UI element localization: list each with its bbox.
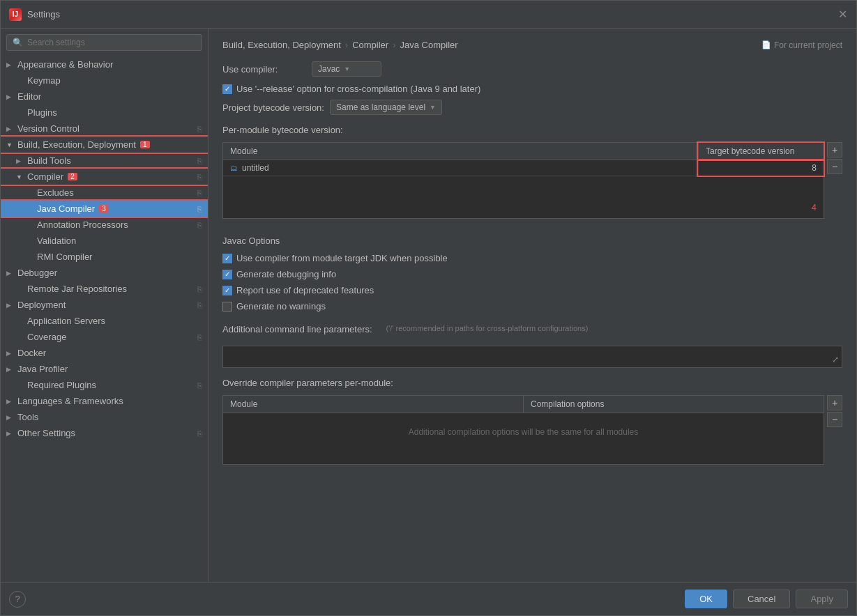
- module-table-wrap: Module Target bytecode version 🗂 untitle…: [222, 142, 842, 226]
- per-module-label: Per-module bytecode version:: [222, 125, 842, 135]
- sidebar-item-label: Required Plugins: [27, 380, 96, 390]
- breadcrumb-part-1[interactable]: Build, Execution, Deployment: [222, 40, 341, 50]
- javac-option-3: Generate no warnings: [222, 301, 842, 311]
- additional-params-input[interactable]: ⤢: [222, 346, 842, 368]
- sidebar-item-debugger[interactable]: ▶ Debugger: [1, 265, 208, 281]
- sidebar-item-build[interactable]: ▼ Build, Execution, Deployment 1: [1, 137, 208, 153]
- expand-arrow: ▶: [6, 125, 16, 132]
- sidebar-item-plugins[interactable]: Plugins: [1, 105, 208, 121]
- expand-arrow: ▶: [6, 350, 16, 357]
- bytecode-value: 8: [812, 163, 817, 173]
- compiler-select[interactable]: Javac ▼: [312, 61, 381, 77]
- expand-arrow: ▶: [16, 157, 26, 164]
- javac-checkbox-1[interactable]: [222, 270, 232, 279]
- cancel-button[interactable]: Cancel: [733, 590, 790, 608]
- sidebar-item-editor[interactable]: ▶ Editor: [1, 88, 208, 105]
- td-bytecode[interactable]: 8: [698, 160, 824, 176]
- add-override-button[interactable]: +: [827, 395, 842, 410]
- sidebar-item-java-profiler[interactable]: ▶ Java Profiler: [1, 361, 208, 377]
- sidebar-item-tools[interactable]: ▶ Tools: [1, 409, 208, 425]
- release-checkbox[interactable]: [222, 84, 232, 94]
- expand-arrow: ▶: [6, 398, 16, 405]
- help-button[interactable]: ?: [9, 591, 26, 608]
- override-label: Override compiler parameters per-module:: [222, 378, 842, 388]
- ok-button[interactable]: OK: [685, 590, 727, 608]
- use-compiler-label: Use compiler:: [222, 64, 306, 75]
- sidebar-item-required-plugins[interactable]: Required Plugins ⎘: [1, 377, 208, 393]
- sidebar-item-build-tools[interactable]: ▶ Build Tools ⎘: [1, 153, 208, 169]
- copy-icon: ⎘: [197, 157, 202, 165]
- override-table-actions: + −: [827, 395, 842, 427]
- table-empty-area: 4: [223, 176, 824, 218]
- sidebar-item-coverage[interactable]: Coverage ⎘: [1, 329, 208, 345]
- additional-params-label: Additional command line parameters:: [222, 324, 372, 334]
- sidebar-item-docker[interactable]: ▶ Docker: [1, 345, 208, 361]
- sidebar-item-label: Languages & Frameworks: [17, 396, 123, 406]
- badge-2: 2: [68, 173, 77, 180]
- search-input[interactable]: [27, 38, 196, 47]
- javac-option-2: Report use of deprecated features: [222, 285, 842, 295]
- sidebar-item-keymap[interactable]: Keymap: [1, 72, 208, 88]
- expand-arrow: ▼: [6, 141, 16, 148]
- right-panel: Build, Execution, Deployment › Compiler …: [208, 29, 856, 582]
- breadcrumb-part-2[interactable]: Compiler: [352, 40, 388, 50]
- sidebar-item-remote-jar[interactable]: Remote Jar Repositories ⎘: [1, 281, 208, 297]
- sidebar-item-app-servers[interactable]: Application Servers: [1, 313, 208, 329]
- sidebar-item-appearance[interactable]: ▶ Appearance & Behavior: [1, 56, 208, 72]
- close-button[interactable]: ✕: [837, 9, 848, 20]
- sidebar-item-validation[interactable]: Validation: [1, 233, 208, 249]
- badge-1: 1: [140, 141, 150, 148]
- sidebar-item-label: Tools: [17, 412, 38, 422]
- javac-checkbox-2[interactable]: [222, 286, 232, 295]
- settings-window: IJ Settings ✕ 🔍 ▶ Appearance & Behavior …: [0, 0, 857, 616]
- sidebar-item-label: Java Profiler: [17, 364, 68, 374]
- sidebar-item-other[interactable]: ▶ Other Settings ⎘: [1, 425, 208, 441]
- override-table-wrap: Module Compilation options Additional co…: [222, 395, 842, 465]
- copy-icon: ⎘: [197, 285, 202, 293]
- sidebar-item-label: Excludes: [37, 187, 74, 198]
- breadcrumb-part-3[interactable]: Java Compiler: [400, 40, 458, 50]
- sidebar-item-excludes[interactable]: Excludes ⎘: [1, 185, 208, 201]
- badge-4: 4: [812, 202, 817, 213]
- javac-options-title: Javac Options: [222, 236, 842, 246]
- apply-button[interactable]: Apply: [796, 590, 848, 608]
- javac-option-label-1: Generate debugging info: [236, 269, 336, 279]
- add-module-button[interactable]: +: [827, 142, 842, 157]
- remove-override-button[interactable]: −: [827, 412, 842, 427]
- copy-icon: ⎘: [197, 205, 202, 213]
- expand-icon: ⤢: [832, 355, 839, 364]
- sidebar-item-java-compiler[interactable]: Java Compiler 3 ⎘: [1, 201, 208, 217]
- breadcrumb: Build, Execution, Deployment › Compiler …: [222, 40, 842, 50]
- folder-icon: 🗂: [230, 164, 238, 172]
- remove-module-button[interactable]: −: [827, 159, 842, 174]
- sidebar-item-label: Docker: [17, 348, 46, 358]
- expand-arrow: ▶: [6, 270, 16, 277]
- sidebar-item-rmi[interactable]: RMI Compiler: [1, 249, 208, 265]
- javac-checkbox-3[interactable]: [222, 302, 232, 311]
- sidebar-item-label: Version Control: [17, 123, 79, 134]
- table-row[interactable]: 🗂 untitled 8: [223, 160, 824, 176]
- col-module: Module: [223, 143, 698, 160]
- javac-checkbox-0[interactable]: [222, 254, 232, 263]
- sidebar-item-languages[interactable]: ▶ Languages & Frameworks: [1, 393, 208, 409]
- search-icon: 🔍: [13, 38, 23, 47]
- sidebar-item-compiler[interactable]: ▼ Compiler 2 ⎘: [1, 169, 208, 185]
- bytecode-select[interactable]: Same as language level ▼: [330, 100, 442, 115]
- bytecode-label: Project bytecode version:: [222, 102, 324, 113]
- sidebar-item-label: Appearance & Behavior: [17, 59, 113, 70]
- sidebar-item-label: Java Compiler: [37, 203, 95, 214]
- sidebar-item-deployment[interactable]: ▶ Deployment ⎘: [1, 297, 208, 313]
- javac-option-label-2: Report use of deprecated features: [236, 285, 374, 295]
- expand-arrow: ▶: [6, 430, 16, 437]
- sidebar-item-annotation[interactable]: Annotation Processors ⎘: [1, 217, 208, 233]
- search-box[interactable]: 🔍: [6, 34, 202, 51]
- table-actions: + −: [827, 142, 842, 174]
- sidebar-item-label: Editor: [17, 91, 41, 102]
- release-option-row: Use '--release' option for cross-compila…: [222, 84, 842, 94]
- for-current-project: 📄 For current project: [761, 40, 842, 50]
- bytecode-value: Same as language level: [336, 102, 425, 112]
- sidebar-item-vcs[interactable]: ▶ Version Control ⎘: [1, 121, 208, 137]
- override-empty-text: Additional compilation options will be t…: [223, 413, 824, 451]
- expand-arrow: ▼: [16, 174, 26, 180]
- app-icon: IJ: [9, 8, 22, 21]
